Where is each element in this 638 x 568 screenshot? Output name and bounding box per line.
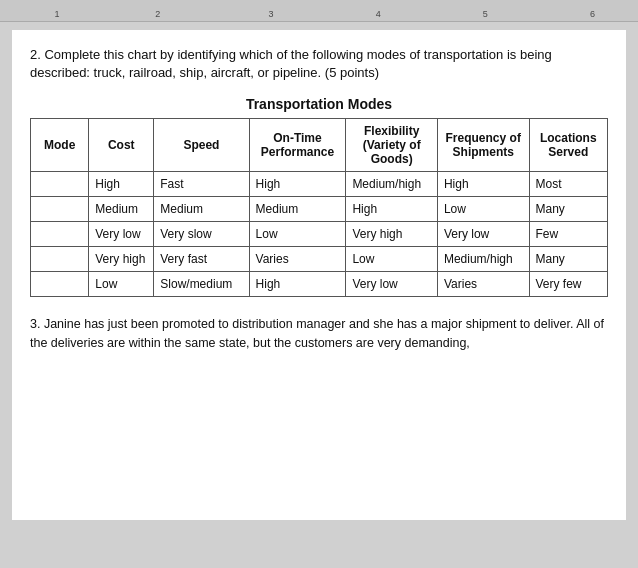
cell-3-speed: Very fast bbox=[154, 247, 249, 272]
cell-0-frequency: High bbox=[437, 172, 529, 197]
cell-0-ontime: High bbox=[249, 172, 346, 197]
table-row: LowSlow/mediumHighVery lowVariesVery few bbox=[31, 272, 608, 297]
cell-4-ontime: High bbox=[249, 272, 346, 297]
cell-3-frequency: Medium/high bbox=[437, 247, 529, 272]
header-ontime: On-Time Performance bbox=[249, 119, 346, 172]
ruler-mark-4: 4 bbox=[376, 9, 381, 19]
header-flexibility: Flexibility (Variety of Goods) bbox=[346, 119, 438, 172]
footer-text: 3. Janine has just been promoted to dist… bbox=[30, 315, 608, 353]
transport-table: Mode Cost Speed On-Time Performance Flex… bbox=[30, 118, 608, 297]
table-body: HighFastHighMedium/highHighMostMediumMed… bbox=[31, 172, 608, 297]
ruler-mark-2: 2 bbox=[155, 9, 160, 19]
header-mode: Mode bbox=[31, 119, 89, 172]
question-body: Complete this chart by identifying which… bbox=[30, 47, 552, 80]
table-row: HighFastHighMedium/highHighMost bbox=[31, 172, 608, 197]
cell-0-flexibility: Medium/high bbox=[346, 172, 438, 197]
cell-4-mode bbox=[31, 272, 89, 297]
table-header-row: Mode Cost Speed On-Time Performance Flex… bbox=[31, 119, 608, 172]
cell-0-mode bbox=[31, 172, 89, 197]
cell-1-frequency: Low bbox=[437, 197, 529, 222]
ruler: 1 2 3 4 5 6 bbox=[0, 0, 638, 22]
cell-4-cost: Low bbox=[89, 272, 154, 297]
header-locations: Locations Served bbox=[529, 119, 608, 172]
question-number: 2. bbox=[30, 47, 41, 62]
ruler-mark-5: 5 bbox=[483, 9, 488, 19]
cell-1-cost: Medium bbox=[89, 197, 154, 222]
cell-3-mode bbox=[31, 247, 89, 272]
cell-2-flexibility: Very high bbox=[346, 222, 438, 247]
table-row: Very highVery fastVariesLowMedium/highMa… bbox=[31, 247, 608, 272]
header-speed: Speed bbox=[154, 119, 249, 172]
cell-3-cost: Very high bbox=[89, 247, 154, 272]
cell-1-ontime: Medium bbox=[249, 197, 346, 222]
cell-2-ontime: Low bbox=[249, 222, 346, 247]
cell-0-locations: Most bbox=[529, 172, 608, 197]
cell-4-frequency: Varies bbox=[437, 272, 529, 297]
cell-0-cost: High bbox=[89, 172, 154, 197]
page-content: 2. Complete this chart by identifying wh… bbox=[12, 30, 626, 520]
cell-3-ontime: Varies bbox=[249, 247, 346, 272]
ruler-marks: 1 2 3 4 5 6 bbox=[4, 0, 634, 21]
cell-1-flexibility: High bbox=[346, 197, 438, 222]
cell-2-mode bbox=[31, 222, 89, 247]
cell-4-flexibility: Very low bbox=[346, 272, 438, 297]
cell-2-locations: Few bbox=[529, 222, 608, 247]
cell-0-speed: Fast bbox=[154, 172, 249, 197]
table-title: Transportation Modes bbox=[30, 96, 608, 112]
ruler-mark-1: 1 bbox=[54, 9, 59, 19]
cell-1-speed: Medium bbox=[154, 197, 249, 222]
cell-2-speed: Very slow bbox=[154, 222, 249, 247]
ruler-mark-3: 3 bbox=[269, 9, 274, 19]
header-frequency: Frequency of Shipments bbox=[437, 119, 529, 172]
cell-3-flexibility: Low bbox=[346, 247, 438, 272]
ruler-mark-6: 6 bbox=[590, 9, 595, 19]
cell-3-locations: Many bbox=[529, 247, 608, 272]
table-row: Very lowVery slowLowVery highVery lowFew bbox=[31, 222, 608, 247]
cell-1-mode bbox=[31, 197, 89, 222]
header-cost: Cost bbox=[89, 119, 154, 172]
cell-1-locations: Many bbox=[529, 197, 608, 222]
cell-4-speed: Slow/medium bbox=[154, 272, 249, 297]
table-row: MediumMediumMediumHighLowMany bbox=[31, 197, 608, 222]
cell-2-cost: Very low bbox=[89, 222, 154, 247]
question-text: 2. Complete this chart by identifying wh… bbox=[30, 46, 608, 82]
cell-2-frequency: Very low bbox=[437, 222, 529, 247]
cell-4-locations: Very few bbox=[529, 272, 608, 297]
